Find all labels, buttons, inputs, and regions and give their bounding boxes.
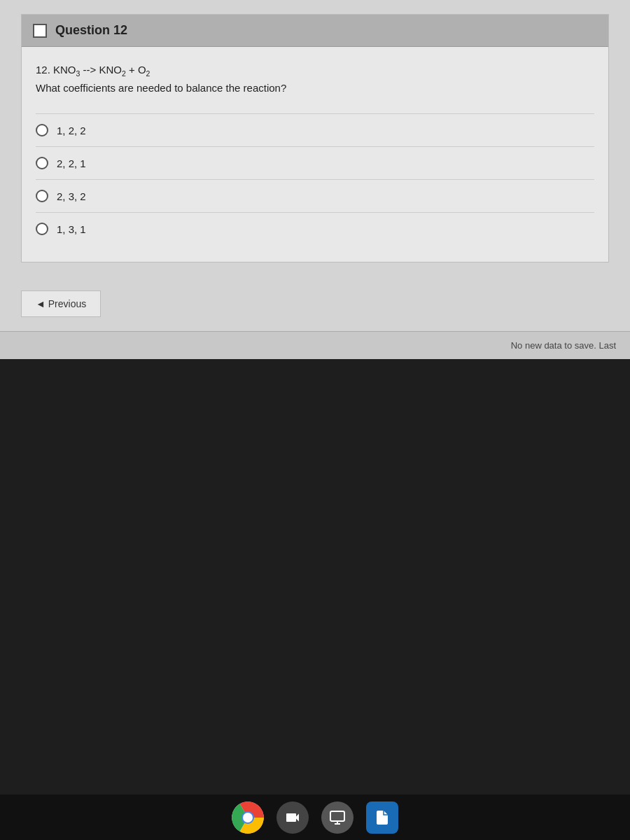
question-header: Question 12 [22, 15, 608, 47]
radio-c[interactable] [36, 190, 48, 202]
files-icon[interactable] [366, 802, 398, 834]
monitor-icon[interactable] [321, 802, 354, 834]
option-d[interactable]: 1, 3, 1 [36, 212, 594, 245]
option-b-label: 2, 2, 1 [57, 158, 86, 169]
option-a-label: 1, 2, 2 [57, 125, 86, 136]
equation-text: 12. KNO3 --> KNO2 + O2 [36, 64, 594, 78]
question-checkbox[interactable] [33, 24, 47, 38]
option-d-label: 1, 3, 1 [57, 223, 86, 235]
option-b[interactable]: 2, 2, 1 [36, 146, 594, 179]
question-body: 12. KNO3 --> KNO2 + O2 What coefficients… [22, 47, 608, 262]
option-c-label: 2, 3, 2 [57, 190, 86, 202]
content-area: Question 12 12. KNO3 --> KNO2 + O2 What … [0, 0, 630, 276]
chrome-icon[interactable] [232, 802, 264, 834]
status-text: No new data to save. Last [511, 340, 616, 351]
radio-d[interactable] [36, 223, 48, 235]
taskbar [0, 794, 630, 840]
screen: Question 12 12. KNO3 --> KNO2 + O2 What … [0, 0, 630, 840]
camera-icon[interactable] [276, 802, 309, 834]
navigation-area: ◄ Previous [0, 276, 630, 331]
option-a[interactable]: 1, 2, 2 [36, 113, 594, 146]
svg-point-2 [243, 813, 253, 822]
options-list: 1, 2, 2 2, 2, 1 2, 3, 2 1, 3, 1 [36, 113, 594, 245]
radio-a[interactable] [36, 124, 48, 136]
previous-button[interactable]: ◄ Previous [21, 290, 101, 317]
status-bar: No new data to save. Last [0, 331, 630, 359]
radio-b[interactable] [36, 157, 48, 169]
question-block: Question 12 12. KNO3 --> KNO2 + O2 What … [21, 14, 609, 262]
question-title: Question 12 [55, 23, 127, 38]
svg-rect-3 [330, 811, 344, 821]
question-prompt: What coefficients are needed to balance … [36, 82, 594, 94]
option-c[interactable]: 2, 3, 2 [36, 179, 594, 212]
